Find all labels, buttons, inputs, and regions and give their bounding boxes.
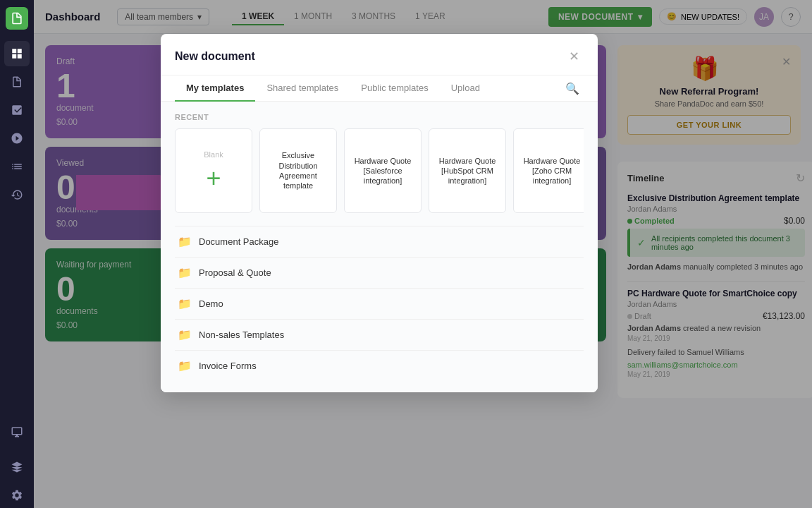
folder-non-sales[interactable]: 📁 Non-sales Templates	[175, 319, 584, 350]
sidebar-item-monitor[interactable]	[4, 419, 30, 445]
modal-overlay: New document ✕ My templates Shared templ…	[34, 0, 812, 508]
template-hw-zoho[interactable]: Hardware Quote [Zoho CRM integration]	[513, 128, 584, 213]
folder-proposal-quote[interactable]: 📁 Proposal & Quote	[175, 257, 584, 288]
app-logo[interactable]	[6, 7, 28, 30]
folder-demo[interactable]: 📁 Demo	[175, 288, 584, 319]
folder-list: 📁 Document Package 📁 Proposal & Quote 📁 …	[175, 226, 584, 381]
sidebar-item-catalog[interactable]	[4, 97, 30, 123]
folder-document-package[interactable]: 📁 Document Package	[175, 226, 584, 257]
modal-tab-public[interactable]: Public templates	[350, 75, 439, 102]
modal-title: New document	[175, 50, 255, 63]
folder-name: Demo	[199, 298, 223, 309]
modal-header: New document ✕	[161, 34, 598, 75]
modal-tab-my-templates[interactable]: My templates	[175, 75, 255, 102]
template-name: Hardware Quote [HubSpot CRM integration]	[436, 156, 498, 186]
template-name: Hardware Quote [Zoho CRM integration]	[521, 156, 583, 186]
recent-label: Recent	[175, 113, 584, 121]
search-icon[interactable]: 🔍	[561, 78, 584, 99]
modal-tab-shared[interactable]: Shared templates	[255, 75, 350, 102]
folder-icon: 📁	[178, 266, 192, 279]
sidebar-item-reports[interactable]	[4, 154, 30, 179]
templates-grid: Blank + Exclusive Distribution Agreement…	[175, 128, 584, 213]
template-hw-salesforce[interactable]: Hardware Quote [Salesforce integration]	[344, 128, 422, 213]
template-name: Exclusive Distribution Agreement templat…	[267, 150, 329, 190]
folder-icon: 📁	[178, 235, 192, 248]
modal-tab-upload[interactable]: Upload	[440, 75, 491, 102]
blank-label: Blank	[204, 150, 223, 159]
folder-name: Document Package	[199, 236, 278, 247]
modal-close-button[interactable]: ✕	[564, 47, 584, 66]
new-document-modal: New document ✕ My templates Shared templ…	[161, 34, 598, 392]
folder-icon: 📁	[178, 328, 192, 341]
folder-name: Invoice Forms	[199, 361, 257, 371]
plus-icon: +	[206, 166, 221, 191]
modal-tabs: My templates Shared templates Public tem…	[161, 75, 598, 102]
folder-icon: 📁	[178, 297, 192, 310]
folder-invoice-forms[interactable]: 📁 Invoice Forms	[175, 350, 584, 381]
sidebar-item-dashboard[interactable]	[4, 41, 30, 66]
sidebar-item-history[interactable]	[4, 182, 30, 207]
template-name: Hardware Quote [Salesforce integration]	[352, 156, 414, 186]
sidebar-item-contacts[interactable]	[4, 126, 30, 151]
folder-name: Proposal & Quote	[199, 267, 271, 278]
sidebar-item-integrations[interactable]	[4, 454, 30, 480]
folder-name: Non-sales Templates	[199, 329, 284, 340]
folder-icon: 📁	[178, 359, 192, 373]
sidebar-item-documents[interactable]	[4, 69, 30, 95]
modal-body: Recent Blank + Exclusive Distribution Ag…	[161, 102, 598, 392]
template-exclusive[interactable]: Exclusive Distribution Agreement templat…	[259, 128, 337, 213]
sidebar	[0, 0, 34, 508]
template-blank[interactable]: Blank +	[175, 128, 252, 213]
sidebar-item-settings[interactable]	[4, 483, 30, 508]
template-hw-hubspot[interactable]: Hardware Quote [HubSpot CRM integration]	[429, 128, 506, 213]
